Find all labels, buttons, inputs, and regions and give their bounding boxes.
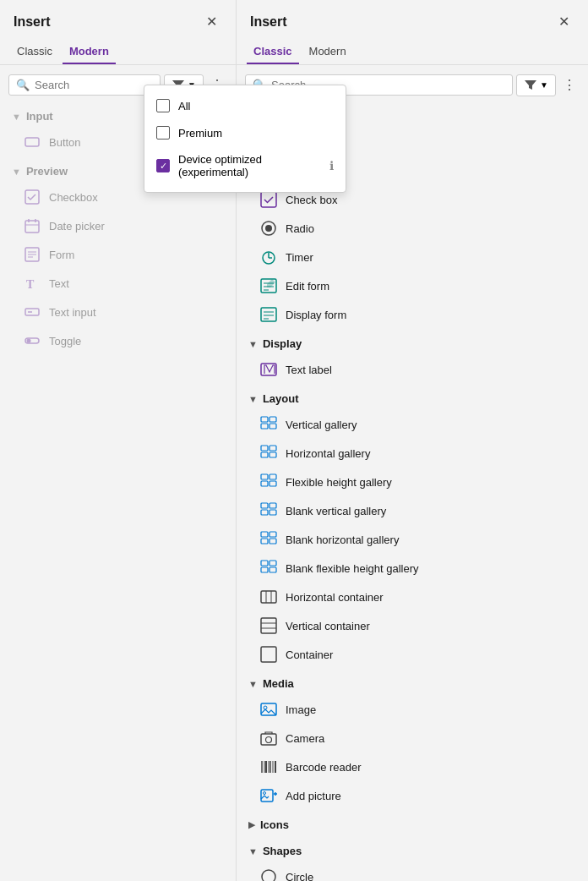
right-hcontainer-icon [260,588,277,605]
preview-chevron-icon: ▼ [12,167,21,177]
right-media-title: Media [263,677,294,690]
all-checkbox[interactable] [156,99,170,112]
left-close-button[interactable]: ✕ [201,12,222,31]
right-section-shapes[interactable]: ▼ Shapes [237,836,588,862]
svg-rect-50 [270,532,276,537]
right-more-button[interactable]: ⋮ [559,74,580,96]
form-icon-left [24,246,41,263]
svg-rect-28 [261,308,276,321]
right-editform-label: Edit form [286,280,329,293]
right-item-vcontainer[interactable]: Vertical container [237,611,588,640]
right-addpicture-icon [260,787,277,804]
left-panel: Insert ✕ Classic Modern 🔍 ▼ ⋮ All Premiu… [0,0,237,881]
text-label-left: Text [49,277,69,290]
svg-point-20 [265,225,272,232]
right-barcode-icon [260,758,277,775]
left-search-wrap[interactable]: 🔍 [8,74,161,96]
right-section-icons[interactable]: ▶ Icons [237,810,588,836]
tab-modern-left[interactable]: Modern [63,40,116,64]
right-item-barcode[interactable]: Barcode reader [237,752,588,781]
left-panel-header: Insert ✕ [0,0,236,40]
right-layout-chevron-icon: ▼ [248,394,258,404]
right-item-vgallery[interactable]: Vertical gallery [237,410,588,439]
right-display-chevron-icon: ▼ [248,339,258,349]
right-item-radio[interactable]: Radio [237,214,588,243]
right-addpicture-label: Add picture [286,790,341,802]
filter-premium-item[interactable]: Premium [144,119,346,146]
text-icon-left: T [24,275,41,292]
right-hgallery-icon [260,445,277,462]
right-item-container[interactable]: Container [237,640,588,669]
tab-modern-right[interactable]: Modern [302,40,353,64]
right-item-camera[interactable]: Camera [237,724,588,752]
right-camera-icon [260,730,277,747]
right-item-hgallery[interactable]: Horizontal gallery [237,439,588,468]
right-item-textlabel[interactable]: Text label [237,355,588,384]
right-tabs: Classic Modern [237,40,588,65]
svg-rect-46 [270,503,276,508]
right-flexgallery-label: Flexible height gallery [286,476,392,489]
right-panel-header: Insert ✕ [237,0,588,40]
svg-rect-36 [270,424,276,429]
textinput-label-left: Text input [49,306,96,319]
right-section-display[interactable]: ▼ Display [237,329,588,355]
right-vgallery-icon [260,416,277,433]
right-vcontainer-label: Vertical container [286,620,370,632]
right-item-blankflexgallery[interactable]: Blank flexible height gallery [237,554,588,583]
right-flexgallery-icon [260,473,277,490]
right-blankhgallery-icon [260,531,277,548]
left-item-toggle[interactable]: Toggle [0,326,236,355]
svg-rect-57 [261,591,276,603]
svg-rect-48 [270,510,276,515]
info-icon[interactable]: ℹ [329,159,334,172]
right-item-circle[interactable]: Circle [237,862,588,881]
right-item-flexgallery[interactable]: Flexible height gallery [237,468,588,496]
right-shapes-title: Shapes [263,845,302,857]
right-section-media[interactable]: ▼ Media [237,669,588,695]
left-item-text[interactable]: T Text [0,269,236,298]
right-item-editform[interactable]: Edit form [237,271,588,300]
svg-rect-53 [261,561,268,566]
right-section-layout[interactable]: ▼ Layout [237,384,588,410]
left-panel-content: ▼ Input Button ▼ Preview Checkbox Date p… [0,101,236,881]
left-item-textinput[interactable]: Text input [0,298,236,326]
button-icon [24,134,41,150]
tab-classic-left[interactable]: Classic [10,40,59,64]
right-close-button[interactable]: ✕ [553,12,574,31]
svg-rect-47 [261,510,268,515]
svg-rect-52 [270,539,276,544]
right-shapes-chevron-icon: ▼ [248,846,258,856]
svg-rect-51 [261,539,268,544]
right-item-addpicture[interactable]: Add picture [237,781,588,810]
filter-all-item[interactable]: All [144,92,346,119]
right-radio-label: Radio [286,222,314,235]
right-blankflexgallery-label: Blank flexible height gallery [286,562,419,575]
right-item-image[interactable]: Image [237,695,588,724]
left-item-form[interactable]: Form [0,240,236,269]
right-blankvgallery-icon [260,502,277,519]
right-checkbox-icon [260,191,277,208]
input-chevron-icon: ▼ [12,112,21,122]
tab-classic-right[interactable]: Classic [247,40,299,64]
right-media-chevron-icon: ▼ [248,679,258,689]
svg-rect-63 [261,647,276,662]
right-item-blankhgallery[interactable]: Blank horizontal gallery [237,525,588,554]
svg-rect-0 [25,138,39,146]
right-item-timer[interactable]: Timer [237,243,588,271]
right-item-blankvgallery[interactable]: Blank vertical gallery [237,496,588,525]
checkbox-label-left: Checkbox [49,191,98,204]
left-item-datepicker[interactable]: Date picker [0,211,236,240]
premium-checkbox[interactable] [156,126,170,140]
right-item-displayform[interactable]: Display form [237,300,588,329]
right-vcontainer-icon [260,617,277,634]
right-container-label: Container [286,648,333,661]
left-tabs: Classic Modern [0,40,236,65]
right-item-hcontainer[interactable]: Horizontal container [237,583,588,611]
right-panel-content: ▼ Input Button Text input Check box [237,101,588,881]
left-search-input[interactable] [35,79,153,91]
filter-device-item[interactable]: Device optimized (experimental) ℹ [144,146,346,185]
device-checkbox[interactable] [156,159,170,172]
right-panel-title: Insert [250,14,287,30]
input-section-title: Input [26,110,53,123]
right-filter-button[interactable]: ▼ [516,74,556,96]
